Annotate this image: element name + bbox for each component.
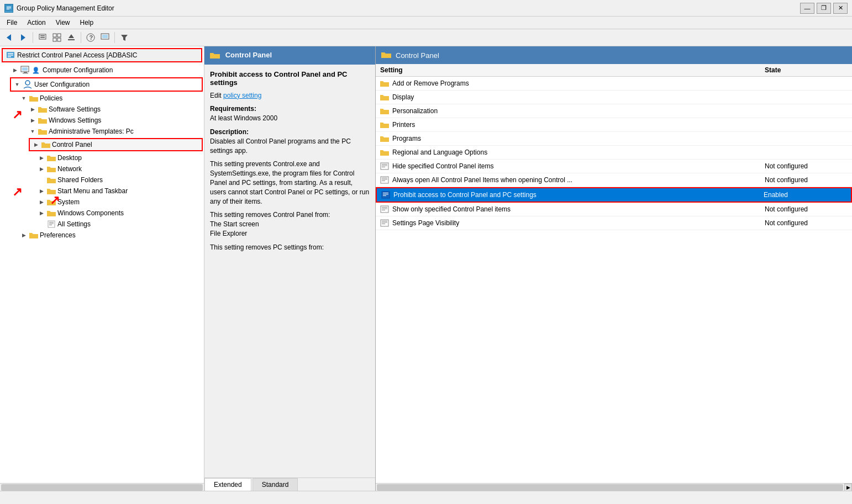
setting-add-remove[interactable]: Add or Remove Programs xyxy=(376,77,852,91)
settings-hscroll[interactable] xyxy=(377,484,843,491)
expand-cp: ▶ xyxy=(32,141,40,148)
tree-item-windows-settings[interactable]: ▶ Windows Settings xyxy=(0,115,204,126)
setting-page-visibility[interactable]: Settings Page Visibility Not configured xyxy=(376,216,852,230)
tree-item-start-menu[interactable]: ▶ Start Menu and Taskbar xyxy=(0,185,204,197)
tree-item-preferences[interactable]: ▶ Preferences xyxy=(0,230,204,241)
svg-rect-29 xyxy=(48,221,55,227)
setting-label-regional: Regional and Language Options xyxy=(392,148,761,156)
tab-extended[interactable]: Extended xyxy=(204,478,251,491)
svg-rect-38 xyxy=(382,178,387,178)
setting-prohibit-access[interactable]: Prohibit access to Control Panel and PC … xyxy=(376,187,852,203)
root-label: Restrict Control Panel Access [ADBASIC xyxy=(17,51,137,59)
svg-rect-27 xyxy=(23,73,28,74)
computer-config-label: Computer Configuration xyxy=(43,66,113,74)
setting-printers[interactable]: Printers xyxy=(376,118,852,132)
setting-always-open[interactable]: Always open All Control Panel Items when… xyxy=(376,173,852,187)
menu-bar: File Action View Help xyxy=(0,17,852,29)
expand-policies: ▼ xyxy=(20,94,28,102)
tree-root-item[interactable]: Restrict Control Panel Access [ADBASIC xyxy=(2,48,202,62)
setting-label-display: Display xyxy=(392,93,761,101)
policies-label: Policies xyxy=(40,94,62,102)
setting-show-only[interactable]: Show only specified Control Panel items … xyxy=(376,203,852,216)
expand-prefs: ▶ xyxy=(20,231,28,239)
policy-setting-link[interactable]: policy setting xyxy=(223,92,261,99)
svg-marker-19 xyxy=(121,35,128,41)
svg-rect-23 xyxy=(8,56,11,57)
folder-icon-header xyxy=(210,51,220,60)
setting-label-personalization: Personalization xyxy=(392,107,761,115)
svg-rect-33 xyxy=(381,163,388,169)
tree-scrollbar[interactable] xyxy=(1,484,203,491)
svg-rect-22 xyxy=(8,55,13,56)
svg-rect-13 xyxy=(68,39,75,40)
folder-icon-prefs xyxy=(29,231,38,239)
minimize-button[interactable]: — xyxy=(800,3,814,14)
svg-text:?: ? xyxy=(90,34,93,41)
window-title: Group Policy Management Editor xyxy=(17,4,114,12)
title-bar-left: Group Policy Management Editor xyxy=(4,4,114,13)
tree-item-windows-components[interactable]: ▶ Windows Components xyxy=(0,208,204,219)
forward-button[interactable] xyxy=(17,31,30,44)
setting-icon-page-visibility xyxy=(380,219,389,227)
back-button[interactable] xyxy=(2,31,15,44)
setting-regional[interactable]: Regional and Language Options xyxy=(376,146,852,160)
desc-text-3: This setting removes Control Panel from:… xyxy=(210,210,370,238)
folder-icon-start xyxy=(47,187,56,195)
tree-item-control-panel[interactable]: ▶ Control Panel xyxy=(29,138,203,151)
toolbar-btn-5[interactable] xyxy=(65,31,78,44)
folder-icon-policies xyxy=(29,94,38,102)
menu-file[interactable]: File xyxy=(2,18,22,28)
setting-programs[interactable]: Programs xyxy=(376,132,852,146)
tree-section: Restrict Control Panel Access [ADBASIC ▶… xyxy=(0,46,204,483)
setting-label-hide: Hide specified Control Panel items xyxy=(392,162,761,170)
edit-link-text: Edit policy setting xyxy=(210,91,370,100)
toolbar-btn-3[interactable] xyxy=(36,31,49,44)
svg-rect-37 xyxy=(381,177,388,183)
svg-rect-12 xyxy=(57,38,61,41)
tree-item-network[interactable]: ▶ Network xyxy=(0,163,204,174)
tree-item-all-settings[interactable]: All Settings xyxy=(0,219,204,230)
tree-item-system[interactable]: ▶ System xyxy=(0,197,204,208)
close-button[interactable]: ✕ xyxy=(833,3,848,14)
tree-item-software-settings[interactable]: ▶ Software Settings xyxy=(0,104,204,115)
tree-item-desktop[interactable]: ▶ Desktop xyxy=(0,152,204,163)
gpo-icon xyxy=(6,51,15,60)
svg-rect-36 xyxy=(382,167,385,167)
setting-display[interactable]: Display xyxy=(376,91,852,104)
toolbar-btn-7[interactable] xyxy=(98,31,112,44)
main-container: Restrict Control Panel Access [ADBASIC ▶… xyxy=(0,46,852,491)
setting-hide-items[interactable]: Hide specified Control Panel items Not c… xyxy=(376,160,852,173)
requirements-value: At least Windows 2000 xyxy=(210,114,277,122)
folder-icon-wincomp xyxy=(47,209,56,217)
tree-item-shared-folders[interactable]: Shared Folders xyxy=(0,174,204,185)
tree-item-user-config[interactable]: ▼ User Configuration xyxy=(10,77,203,92)
help-button[interactable]: ? xyxy=(84,31,97,44)
svg-rect-8 xyxy=(40,37,45,38)
setting-personalization[interactable]: Personalization xyxy=(376,104,852,118)
user-icon xyxy=(23,80,33,89)
shared-folders-label: Shared Folders xyxy=(57,176,103,184)
menu-help[interactable]: Help xyxy=(76,18,98,28)
windows-components-label: Windows Components xyxy=(57,209,124,217)
control-panel-label: Control Panel xyxy=(52,141,92,148)
menu-action[interactable]: Action xyxy=(23,18,50,28)
tree-item-policies[interactable]: ▼ Policies xyxy=(0,93,204,104)
menu-view[interactable]: View xyxy=(51,18,75,28)
folder-icon-admin xyxy=(38,128,47,135)
folder-icon-display xyxy=(380,93,389,101)
tab-standard[interactable]: Standard xyxy=(253,478,298,491)
computer-icon xyxy=(20,66,30,75)
svg-marker-14 xyxy=(69,34,74,38)
scroll-right-btn[interactable]: ▶ xyxy=(844,484,852,491)
folder-icon-system xyxy=(47,198,56,206)
filter-button[interactable] xyxy=(118,31,131,44)
tree-item-computer-config[interactable]: ▶ 👤 Computer Configuration xyxy=(0,64,204,76)
toolbar-btn-4[interactable] xyxy=(50,31,64,44)
status-bar xyxy=(0,491,852,503)
expand-sw: ▶ xyxy=(29,105,36,113)
user-config-label: User Configuration xyxy=(34,81,90,88)
description-pane: Control Panel Prohibit access to Control… xyxy=(204,46,376,491)
svg-rect-35 xyxy=(382,166,387,166)
tree-item-admin-templates[interactable]: ▼ Administrative Templates: Pc xyxy=(0,126,204,137)
restore-button[interactable]: ❐ xyxy=(817,3,831,14)
